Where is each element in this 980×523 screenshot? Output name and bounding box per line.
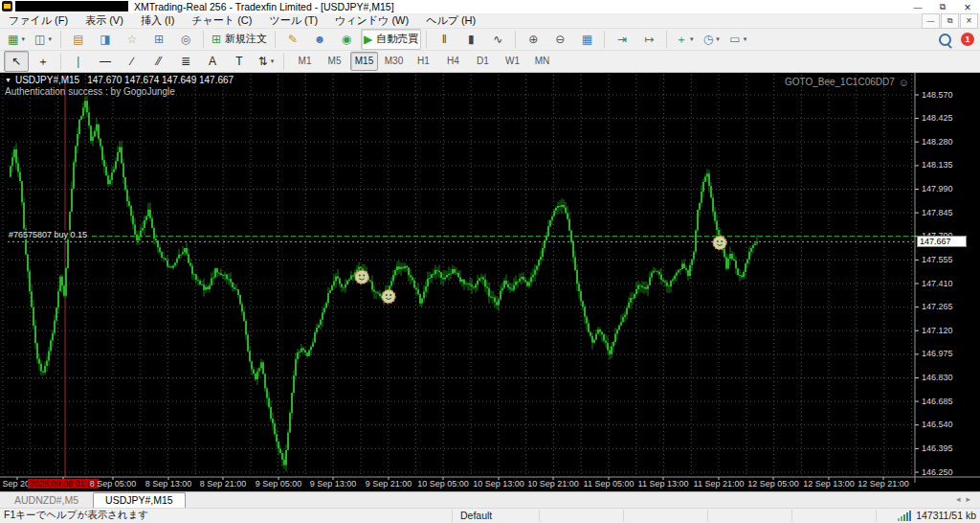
navigator-button[interactable]: ☆ (120, 29, 145, 50)
dropdown-arrow-icon[interactable]: ▾ (690, 35, 694, 43)
timeframe-button-m30[interactable]: M30 (380, 52, 408, 71)
open-position-label: #76575807 buy 0.15 (7, 230, 89, 239)
price-axis-label: 146.830 (922, 373, 977, 382)
chart-header: ▼USDJPY#,M15147.670 147.674 147.649 147.… (5, 75, 234, 85)
chart-shift-button[interactable]: ↦ (636, 29, 661, 50)
toolbar-standard: ▦▾◫▾▤◨☆⊞◎⊞新規注文✎☻◉▶自動売買‖▮∿⊕⊖▦⇥↦＋▾◷▾▭▾ 1 (0, 29, 980, 51)
chart-close-button[interactable]: × (960, 13, 978, 29)
indicators-button[interactable]: ＋▾ (672, 29, 697, 50)
menu-item-3[interactable]: チャート (C) (183, 13, 260, 28)
notification-badge[interactable]: 1 (961, 33, 974, 46)
tab-scroll-arrows[interactable]: ◂▸ (956, 494, 976, 504)
label-tool-button[interactable]: T (227, 51, 252, 72)
arrows-tool-button[interactable]: ⇅▾ (254, 51, 278, 72)
timeframe-button-mn[interactable]: MN (528, 52, 556, 71)
toolbar-separator (60, 31, 61, 48)
chart-ohlc-values: 147.670 147.674 147.649 147.667 (87, 75, 234, 85)
channel-tool-button[interactable]: ⁄⁄ (146, 51, 171, 72)
dropdown-arrow-icon[interactable]: ▾ (21, 35, 25, 43)
price-axis-label: 147.990 (922, 184, 977, 193)
chart-tab-0[interactable]: AUDNZD#,M5 (2, 492, 91, 508)
auto-scroll-icon: ⇥ (617, 34, 627, 45)
time-axis-label: 10 Sep 13:00 (473, 479, 524, 489)
zoom-in-button[interactable]: ⊕ (521, 29, 546, 50)
auto-scroll-button[interactable]: ⇥ (610, 29, 635, 50)
crosshair-tool-button[interactable]: ＋ (31, 51, 56, 72)
time-axis-label: 12 Sep 05:00 (747, 479, 799, 489)
text-tool-button[interactable]: A (200, 51, 225, 72)
menu-item-5[interactable]: ウィンドウ (W) (326, 13, 417, 28)
vertical-line-tool-icon: ｜ (73, 56, 84, 67)
line-chart-button[interactable]: ∿ (485, 29, 510, 50)
zoom-out-button[interactable]: ⊖ (547, 29, 572, 50)
dropdown-arrow-icon[interactable]: ▾ (716, 35, 720, 43)
data-window-button[interactable]: ◨ (93, 29, 118, 50)
toolbar-separator (275, 31, 276, 48)
chart-collapse-icon[interactable]: ▼ (5, 77, 11, 83)
chart-shift-icon: ↦ (644, 34, 654, 45)
chart-restore-button[interactable]: ⧉ (941, 13, 959, 29)
trade-marker-smiley-icon-0[interactable] (355, 270, 368, 284)
mt4-window: XMTrading-Real 256 - Tradexfin Limited -… (0, 0, 980, 523)
horizontal-line-tool-icon: — (100, 56, 111, 67)
trade-marker-smiley-icon-2[interactable] (713, 236, 726, 249)
candlestick-icon: ▮ (468, 34, 475, 45)
timeframe-button-h1[interactable]: H1 (410, 52, 437, 71)
profiles-button[interactable]: ◫▾ (31, 29, 56, 50)
trendline-tool-button[interactable]: ∕ (120, 51, 145, 72)
dropdown-arrow-icon[interactable]: ▾ (744, 35, 747, 43)
price-axis-label: 147.410 (922, 279, 977, 288)
alerts-button[interactable]: ◉ (334, 29, 359, 50)
fibonacci-tool-button[interactable]: ≣ (173, 51, 198, 72)
status-cell (791, 510, 876, 522)
timeframe-button-m1[interactable]: M1 (291, 52, 319, 71)
horizontal-line-tool-button[interactable]: — (93, 51, 118, 72)
tile-windows-button[interactable]: ▦ (574, 29, 599, 50)
indicators-icon: ＋ (676, 34, 687, 45)
templates-button[interactable]: ▭▾ (725, 29, 750, 50)
candlestick-button[interactable]: ▮ (458, 29, 483, 50)
dropdown-arrow-icon[interactable]: ▾ (48, 35, 52, 43)
chart-area[interactable]: ▼USDJPY#,M15147.670 147.674 147.649 147.… (0, 73, 980, 491)
bar-chart-button[interactable]: ‖ (432, 29, 457, 50)
candlestick-chart[interactable] (0, 73, 980, 491)
vertical-line-tool-button[interactable]: ｜ (66, 51, 91, 72)
new-order-button[interactable]: ⊞新規注文 (209, 29, 270, 50)
toolbar-separator (283, 53, 284, 70)
periods-button[interactable]: ◷▾ (699, 29, 724, 50)
terminal-button[interactable]: ⊞ (146, 29, 171, 50)
metaeditor-button[interactable]: ✎ (280, 29, 305, 50)
search-icon[interactable] (939, 34, 951, 46)
cursor-tool-button[interactable]: ↖ (4, 51, 29, 72)
arrows-tool-icon: ⇅ (258, 56, 268, 67)
chart-tab-bar: AUDNZD#,M5USDJPY#,M15 ◂▸ (0, 491, 980, 508)
menu-item-0[interactable]: ファイル (F) (0, 13, 77, 28)
price-axis-label: 147.845 (922, 208, 977, 217)
strategy-tester-button[interactable]: ◎ (173, 29, 198, 50)
menu-item-2[interactable]: 挿入 (I) (132, 13, 183, 28)
timeframe-button-d1[interactable]: D1 (469, 52, 497, 71)
time-axis-label: 12 Sep 21:00 (858, 479, 909, 489)
time-axis-label: 9 Sep 05:00 (256, 479, 302, 489)
menu-item-6[interactable]: ヘルプ (H) (417, 13, 484, 28)
community-button[interactable]: ☻ (307, 29, 332, 50)
status-bar: F1キーでヘルプが表示されます Default 147311/51 kb (0, 508, 980, 523)
time-axis-label: 10 Sep 21:00 (527, 479, 579, 489)
menu-item-1[interactable]: 表示 (V) (77, 13, 132, 28)
dropdown-arrow-icon[interactable]: ▾ (271, 57, 275, 65)
timeframe-button-w1[interactable]: W1 (499, 52, 526, 71)
timeframe-button-h4[interactable]: H4 (439, 52, 467, 71)
timeframe-button-m15[interactable]: M15 (350, 52, 378, 71)
status-profile[interactable]: Default (452, 510, 539, 522)
chart-tab-1[interactable]: USDJPY#,M15 (93, 492, 186, 508)
tile-windows-icon: ▦ (582, 34, 592, 45)
chart-minimize-button[interactable]: — (922, 13, 940, 29)
menu-item-4[interactable]: ツール (T) (260, 13, 326, 28)
market-watch-button[interactable]: ▤ (66, 29, 91, 50)
autotrading-button[interactable]: ▶自動売買 (361, 29, 421, 50)
trade-marker-smiley-icon-1[interactable] (382, 289, 395, 303)
timeframe-button-m5[interactable]: M5 (321, 52, 348, 71)
ea-smiley-icon[interactable]: ☺ (899, 77, 909, 88)
navigator-icon: ☆ (127, 34, 138, 45)
new-chart-button[interactable]: ▦▾ (4, 29, 29, 50)
